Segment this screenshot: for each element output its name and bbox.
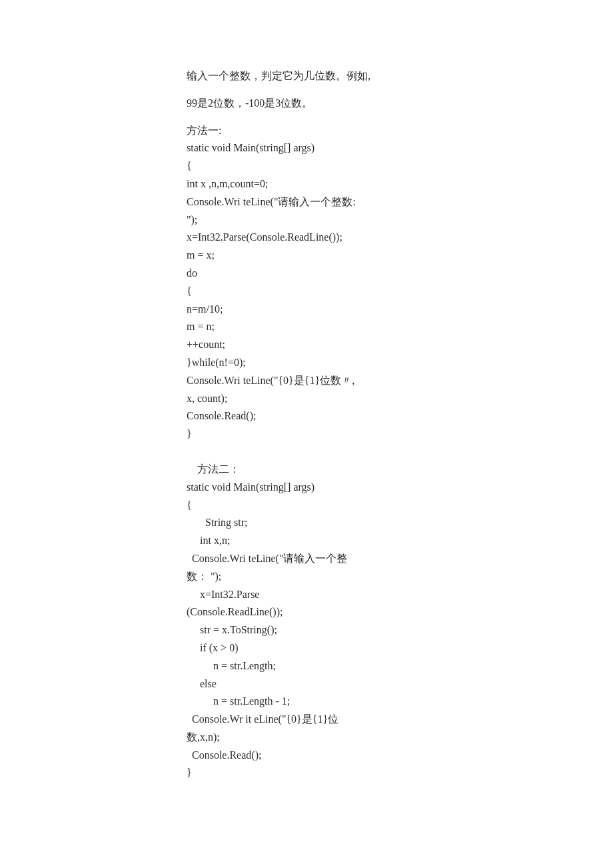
code-line: n = str.Length - 1; <box>187 693 613 710</box>
document-page: 输入一个整数，判定它为几位数。例如, 99是2位数，-100是3位数。 方法一:… <box>0 0 613 868</box>
code-line: } <box>187 426 613 443</box>
code-line: else <box>187 676 613 693</box>
code-line: } <box>187 765 613 781</box>
code-line: static void Main(string[] args) <box>187 140 613 157</box>
method2-heading: 方法二： <box>187 461 613 478</box>
code-line: Console.Wri teLine("{0}是{1}位数〃, <box>187 373 613 389</box>
method1-heading: 方法一: <box>187 123 613 139</box>
code-line: n = str.Length; <box>187 658 613 675</box>
code-line: m = x; <box>187 247 613 264</box>
code-line: Console.Read(); <box>187 747 613 764</box>
code-line: 数,x,n); <box>187 729 613 746</box>
code-line: x=Int32.Parse <box>187 587 613 603</box>
code-line: (Console.ReadLine()); <box>187 604 613 621</box>
method2-code-block: static void Main(string[] args) { String… <box>187 479 613 782</box>
code-line: String str; <box>187 515 613 531</box>
code-line: Console.Wri teLine("请输入一个整数: <box>187 194 613 211</box>
code-line: Console.Wri teLine("请输入一个整 <box>187 551 613 567</box>
code-line: n=m/10; <box>187 301 613 318</box>
method1-code-block: static void Main(string[] args) { int x … <box>187 140 613 443</box>
code-line: ++count; <box>187 337 613 353</box>
code-line: m = n; <box>187 319 613 335</box>
code-line: { <box>187 497 613 514</box>
code-line: { <box>187 283 613 300</box>
code-line: Console.Read(); <box>187 408 613 425</box>
code-line: if (x > 0) <box>187 640 613 657</box>
code-line: int x ,n,m,count=0; <box>187 176 613 193</box>
code-line: "); <box>187 212 613 229</box>
problem-text-line1: 输入一个整数，判定它为几位数。例如, <box>187 68 613 85</box>
code-line: x=Int32.Parse(Console.ReadLine()); <box>187 229 613 246</box>
problem-text-line2: 99是2位数，-100是3位数。 <box>187 95 613 112</box>
code-line: { <box>187 158 613 175</box>
code-line: x, count); <box>187 391 613 407</box>
code-line: static void Main(string[] args) <box>187 479 613 496</box>
code-line: do <box>187 265 613 282</box>
code-line: 数： "); <box>187 569 613 585</box>
code-line: int x,n; <box>187 533 613 549</box>
code-line: }while(n!=0); <box>187 355 613 371</box>
code-line: str = x.ToString(); <box>187 622 613 639</box>
code-line: Console.Wr it eLine("{0}是{1}位 <box>187 711 613 728</box>
